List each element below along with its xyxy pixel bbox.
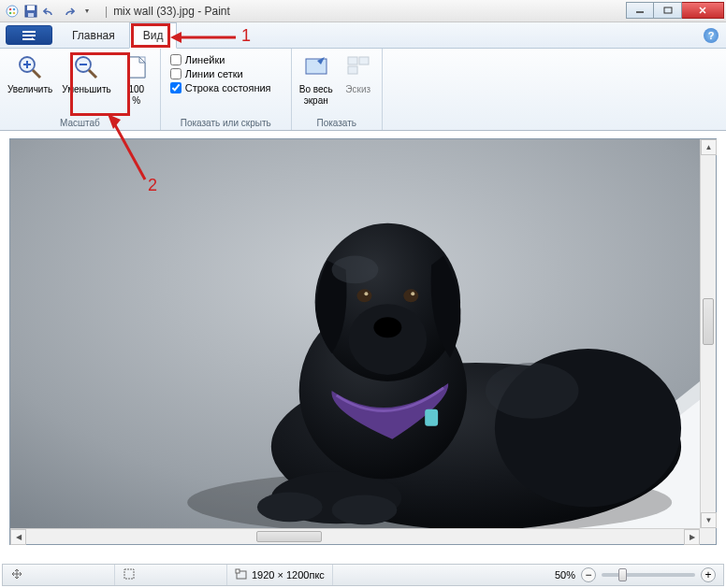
thumbnail-label: Эскиз <box>345 84 370 95</box>
zoom-100-icon <box>122 52 152 82</box>
tab-view[interactable]: Вид <box>129 22 178 49</box>
redo-icon[interactable] <box>60 3 77 20</box>
scroll-corner <box>700 528 716 544</box>
zoom-slider-thumb[interactable] <box>618 568 627 581</box>
svg-rect-42 <box>425 409 438 426</box>
svg-point-40 <box>364 292 368 295</box>
scroll-up-button[interactable]: ▲ <box>701 139 717 155</box>
title-bar: ▾ | mix wall (33).jpg - Paint <box>0 0 726 22</box>
svg-rect-22 <box>348 57 357 65</box>
undo-icon[interactable] <box>41 3 58 20</box>
svg-point-2 <box>13 7 16 10</box>
show-group-label: Показать или скрыть <box>165 117 287 130</box>
svg-rect-10 <box>22 31 36 33</box>
rulers-check-input[interactable] <box>170 54 182 65</box>
statusbar-checkbox[interactable]: Строка состояния <box>170 82 271 93</box>
scroll-thumb-h[interactable] <box>256 531 322 542</box>
svg-point-36 <box>349 304 428 375</box>
help-icon[interactable]: ? <box>704 28 719 43</box>
svg-rect-24 <box>348 66 357 74</box>
paint-app-icon <box>4 3 21 20</box>
svg-point-0 <box>7 6 18 17</box>
maximize-button[interactable] <box>654 2 682 19</box>
ribbon-group-zoom: Увеличить Уменьшить 100% Масштаб <box>0 49 161 130</box>
zoom-out-button[interactable]: Уменьшить <box>58 50 114 97</box>
title-separator: | <box>105 5 108 18</box>
display-group-label: Показать <box>296 117 378 130</box>
svg-point-33 <box>332 495 398 524</box>
document-title: mix wall (33).jpg - Paint <box>113 5 230 18</box>
zoom-out-icon <box>71 52 101 82</box>
scroll-down-button[interactable]: ▼ <box>701 512 717 528</box>
zoom-plus-button[interactable]: + <box>701 567 716 582</box>
quick-access-toolbar: ▾ <box>0 3 99 20</box>
svg-point-39 <box>403 289 418 302</box>
fullscreen-icon <box>301 52 331 82</box>
zoom-100-label: 100% <box>128 84 144 106</box>
zoom-percent-value: 50% <box>555 569 575 581</box>
svg-line-18 <box>89 70 96 78</box>
fullscreen-label: Во весьэкран <box>299 84 333 106</box>
svg-point-38 <box>356 289 371 302</box>
qat-dropdown-icon[interactable]: ▾ <box>79 3 95 20</box>
svg-point-32 <box>257 492 323 522</box>
svg-point-4 <box>13 11 16 14</box>
gridlines-checkbox[interactable]: Линии сетки <box>170 68 271 79</box>
zoom-controls: 50% − + <box>547 567 723 582</box>
cursor-position-icon <box>10 567 23 582</box>
dimensions-icon <box>235 567 248 582</box>
ribbon-group-show: Линейки Линии сетки Строка состояния Пок… <box>161 49 292 130</box>
thumbnail-button[interactable]: Эскиз <box>339 50 378 97</box>
gridlines-check-input[interactable] <box>170 68 182 79</box>
svg-rect-47 <box>124 569 134 579</box>
image-canvas[interactable] <box>10 139 700 528</box>
status-dimensions-cell: 1920 × 1200пкс <box>227 565 333 585</box>
thumbnail-icon <box>343 52 373 82</box>
zoom-in-label: Увеличить <box>7 84 52 95</box>
status-selection-cell <box>115 565 227 585</box>
canvas-container: ▲ ▼ ◀ ▶ <box>9 138 717 545</box>
selection-size-icon <box>123 567 136 582</box>
close-button[interactable] <box>682 2 724 19</box>
scroll-thumb-v[interactable] <box>703 298 714 345</box>
zoom-out-label: Уменьшить <box>62 84 110 95</box>
zoom-group-label: Масштаб <box>4 117 156 130</box>
statusbar-check-input[interactable] <box>170 82 182 93</box>
save-icon[interactable] <box>22 3 39 20</box>
svg-point-44 <box>486 363 579 419</box>
svg-rect-7 <box>28 13 34 17</box>
svg-line-14 <box>33 70 40 78</box>
ribbon-group-display: Во весьэкран Эскиз Показать <box>292 49 383 130</box>
svg-point-37 <box>373 317 401 337</box>
status-bar: 1920 × 1200пкс 50% − + <box>2 564 724 586</box>
scroll-left-button[interactable]: ◀ <box>10 529 26 545</box>
svg-rect-11 <box>22 35 36 36</box>
vertical-scrollbar[interactable]: ▲ ▼ <box>700 139 716 528</box>
minimize-button[interactable] <box>626 2 654 19</box>
svg-point-43 <box>332 255 379 283</box>
fullscreen-button[interactable]: Во весьэкран <box>296 50 337 108</box>
status-cursor-cell <box>3 565 115 585</box>
zoom-in-button[interactable]: Увеличить <box>4 50 56 97</box>
svg-point-3 <box>9 11 12 14</box>
zoom-in-icon <box>15 52 45 82</box>
ribbon-tabs: Главная Вид ? <box>0 22 726 49</box>
zoom-slider[interactable] <box>602 573 695 577</box>
rulers-checkbox[interactable]: Линейки <box>170 54 271 65</box>
svg-rect-49 <box>236 569 240 573</box>
svg-rect-21 <box>306 59 327 74</box>
window-controls <box>626 2 724 19</box>
ribbon: Увеличить Уменьшить 100% Масштаб Линейки… <box>0 49 726 131</box>
dimensions-value: 1920 × 1200пкс <box>252 569 325 581</box>
tab-home[interactable]: Главная <box>58 22 129 48</box>
scroll-right-button[interactable]: ▶ <box>684 529 700 545</box>
svg-rect-9 <box>664 7 672 13</box>
svg-rect-6 <box>27 6 35 10</box>
image-content <box>10 139 700 528</box>
svg-rect-23 <box>359 57 369 65</box>
zoom-100-button[interactable]: 100% <box>117 50 156 108</box>
file-menu-button[interactable] <box>6 25 52 45</box>
horizontal-scrollbar[interactable]: ◀ ▶ <box>10 528 700 544</box>
svg-point-41 <box>411 292 414 295</box>
zoom-minus-button[interactable]: − <box>581 567 596 582</box>
